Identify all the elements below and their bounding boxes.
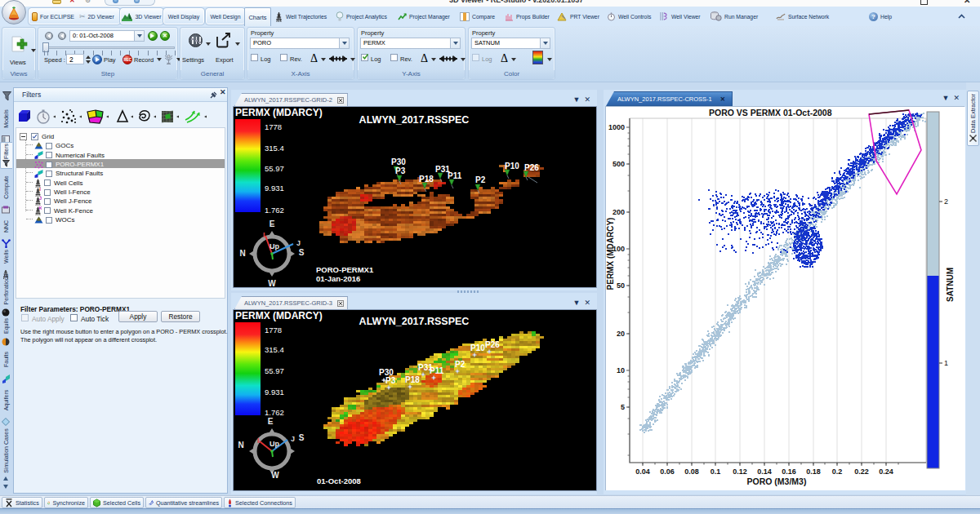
svg-text:1778: 1778 [265, 122, 282, 131]
svg-text:0.14: 0.14 [757, 467, 772, 476]
svg-text:9.931: 9.931 [265, 184, 284, 193]
svg-text:P11: P11 [430, 366, 444, 375]
svg-text:315.4: 315.4 [265, 345, 284, 354]
svg-text:9.931: 9.931 [265, 388, 284, 397]
svg-text:P26: P26 [485, 340, 500, 349]
svg-text:0.22: 0.22 [854, 467, 869, 476]
svg-text:I: I [39, 188, 41, 192]
svg-text:PORO VS PERMX 01-Oct-2008: PORO VS PERMX 01-Oct-2008 [709, 108, 832, 117]
svg-text:P26: P26 [524, 163, 539, 172]
svg-text:2: 2 [944, 197, 948, 206]
svg-text:55.97: 55.97 [265, 366, 284, 375]
svg-text:0.06: 0.06 [660, 467, 675, 476]
svg-text:1: 1 [944, 359, 948, 367]
svg-text:1.762: 1.762 [265, 206, 284, 215]
svg-text:Up: Up [270, 242, 279, 250]
svg-text:0.12: 0.12 [733, 467, 747, 476]
svg-text:J: J [296, 239, 301, 247]
svg-text:P18: P18 [419, 175, 434, 184]
svg-text:W: W [271, 471, 279, 480]
svg-text:PERMX (MDARCY): PERMX (MDARCY) [606, 218, 615, 290]
svg-text:ALWYN_2017.RSSPEC: ALWYN_2017.RSSPEC [359, 114, 470, 126]
svg-text:P10: P10 [470, 343, 485, 352]
svg-text:E: E [270, 219, 275, 228]
svg-text:P2: P2 [455, 360, 466, 369]
svg-text:55.97: 55.97 [265, 164, 284, 173]
svg-text:1778: 1778 [265, 326, 282, 335]
svg-text:0.04: 0.04 [635, 467, 650, 476]
svg-text:500: 500 [612, 160, 625, 168]
svg-text:ALWYN_2017.RSSPEC: ALWYN_2017.RSSPEC [359, 316, 470, 327]
svg-text:1000: 1000 [608, 123, 625, 131]
svg-text:W: W [268, 279, 276, 287]
svg-text:01-Jan-2016: 01-Jan-2016 [316, 274, 360, 283]
svg-text:P18: P18 [405, 375, 420, 384]
svg-text:200: 200 [612, 208, 625, 216]
svg-text:P10: P10 [505, 162, 519, 171]
svg-text:PORO (M3/M3): PORO (M3/M3) [747, 476, 807, 486]
svg-text:1.762: 1.762 [265, 408, 284, 417]
svg-text:0.18: 0.18 [806, 467, 821, 476]
svg-text:01-Oct-2008: 01-Oct-2008 [317, 476, 361, 485]
svg-text:P11: P11 [448, 171, 462, 180]
svg-text:N: N [239, 249, 245, 258]
svg-text:J: J [39, 197, 42, 201]
svg-text:I: I [263, 231, 265, 239]
svg-text:E: E [268, 417, 274, 426]
svg-text:5: 5 [621, 403, 625, 411]
svg-text:P2: P2 [475, 175, 486, 184]
svg-text:P3: P3 [395, 166, 406, 175]
svg-text:0.2: 0.2 [832, 467, 843, 476]
svg-text:P30: P30 [391, 157, 406, 166]
svg-text:20: 20 [617, 330, 625, 338]
svg-text:PERMX (MDARCY): PERMX (MDARCY) [235, 107, 323, 118]
svg-text:N: N [238, 441, 243, 450]
svg-text:P3: P3 [385, 376, 396, 385]
svg-text:S: S [299, 248, 305, 257]
svg-text:Up: Up [270, 440, 279, 448]
svg-text:0.16: 0.16 [782, 467, 796, 476]
svg-text:J: J [291, 435, 295, 443]
svg-text:I: I [257, 436, 260, 445]
svg-text:0.24: 0.24 [879, 467, 893, 476]
svg-text:PERMX (MDARCY): PERMX (MDARCY) [235, 310, 323, 321]
svg-text:315.4: 315.4 [265, 144, 284, 153]
svg-text:PORO-PERMX1: PORO-PERMX1 [316, 265, 374, 274]
svg-text:0.1: 0.1 [710, 467, 721, 476]
svg-text:K: K [39, 206, 42, 210]
svg-text:0.08: 0.08 [684, 467, 699, 476]
svg-text:SATNUM: SATNUM [946, 268, 955, 302]
svg-text:10: 10 [617, 366, 625, 374]
svg-text:50: 50 [617, 281, 625, 290]
svg-text:S: S [299, 433, 305, 442]
